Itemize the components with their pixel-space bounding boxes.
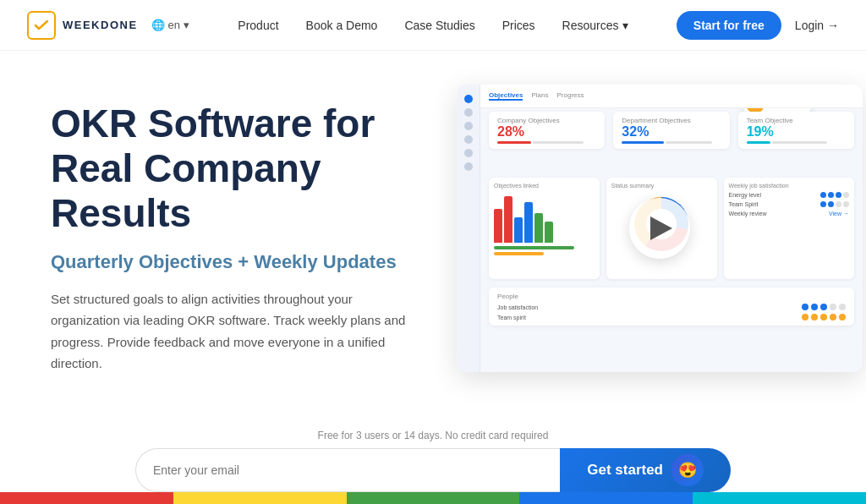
sidebar-dot-2 bbox=[464, 108, 473, 117]
people-panel: People Job satisfaction bbox=[489, 288, 854, 326]
tab-plans: Plans bbox=[531, 91, 548, 101]
logo-text: WEEKDONE bbox=[63, 19, 138, 31]
nav-right: Start for free Login → bbox=[677, 11, 839, 40]
play-button[interactable] bbox=[629, 198, 690, 259]
view-link[interactable]: View → bbox=[829, 211, 849, 216]
resources-label: Resources bbox=[562, 19, 619, 32]
logo-svg bbox=[34, 18, 49, 33]
row-spirit: Team Spirit bbox=[729, 201, 850, 207]
nav-prices[interactable]: Prices bbox=[502, 19, 535, 32]
metric-company: Company Objectives 28% bbox=[489, 112, 605, 149]
energy-dots bbox=[820, 192, 849, 198]
email-input[interactable] bbox=[135, 448, 560, 492]
lang-label: en bbox=[168, 19, 180, 31]
metric-team-label: Team Objective bbox=[747, 117, 846, 124]
hero-subtitle: Quarterly Objectives + Weekly Updates bbox=[51, 251, 423, 273]
metric-dept-value: 32% bbox=[622, 124, 721, 140]
cta-bar: Get started 😍 bbox=[0, 448, 866, 492]
logo-icon bbox=[27, 11, 56, 40]
color-blocks bbox=[0, 492, 866, 504]
row-energy: Energy level bbox=[729, 192, 850, 198]
nav-resources[interactable]: Resources ▾ bbox=[562, 19, 628, 32]
dashboard-sidebar bbox=[457, 85, 480, 372]
resources-chevron-icon: ▾ bbox=[622, 19, 628, 32]
tab-objectives: Objectives bbox=[489, 91, 523, 101]
start-for-free-button[interactable]: Start for free bbox=[677, 11, 781, 40]
satisfaction-rows: Energy level Team Spirit bbox=[729, 192, 850, 216]
progress-bars bbox=[494, 246, 595, 255]
metric-company-value: 28% bbox=[497, 124, 596, 140]
color-green bbox=[347, 492, 520, 504]
satisfaction-panel: Weekly job satisfaction Energy level bbox=[724, 178, 855, 279]
hero-left: OKR Software for Real Company Results Qu… bbox=[51, 93, 423, 375]
cta-section: Free for 3 users or 14 days. No credit c… bbox=[0, 430, 866, 504]
objectives-chart bbox=[494, 192, 595, 243]
tab-progress: Progress bbox=[556, 91, 584, 101]
spirit-label: Team Spirit bbox=[729, 201, 759, 207]
dashboard-topbar: Objectives Plans Progress bbox=[480, 85, 863, 108]
objectives-panel: Objectives linked bbox=[489, 178, 600, 279]
dashboard-preview: R Rachael Objectives Plans Progress bbox=[457, 85, 863, 372]
sidebar-dot-6 bbox=[464, 162, 473, 171]
row-job-satisfaction: Job satisfaction bbox=[497, 304, 846, 310]
metric-company-label: Company Objectives bbox=[497, 117, 596, 124]
emoji: 😍 bbox=[678, 461, 697, 479]
sidebar-dot-1 bbox=[464, 95, 473, 103]
review-label: Weekly review bbox=[729, 211, 767, 216]
sidebar-dot-5 bbox=[464, 149, 473, 157]
color-blue bbox=[519, 492, 693, 504]
row-review: Weekly review View → bbox=[729, 211, 850, 216]
objectives-label: Objectives linked bbox=[494, 183, 595, 189]
logo[interactable]: WEEKDONE bbox=[27, 11, 138, 40]
row-team-spirit: Team spirit bbox=[497, 314, 846, 320]
hero-section: OKR Software for Real Company Results Qu… bbox=[0, 51, 866, 375]
energy-label: Energy level bbox=[729, 192, 762, 198]
globe-icon: 🌐 bbox=[151, 19, 165, 31]
metric-company-bar bbox=[497, 141, 596, 144]
chevron-down-icon: ▾ bbox=[184, 19, 189, 31]
color-yellow bbox=[173, 492, 347, 504]
metric-dept-label: Department Objectives bbox=[622, 117, 721, 124]
nav-links: Product Book a Demo Case Studies Prices … bbox=[238, 19, 628, 32]
people-label: People bbox=[497, 293, 846, 300]
hero-description: Set structured goals to align activities… bbox=[51, 288, 423, 375]
get-started-label: Get started bbox=[587, 462, 663, 479]
login-button[interactable]: Login → bbox=[795, 19, 839, 32]
people-rows: Job satisfaction Team spi bbox=[497, 304, 846, 320]
sidebar-dot-3 bbox=[464, 122, 473, 130]
get-started-button[interactable]: Get started 😍 bbox=[560, 448, 731, 492]
sidebar-dot-4 bbox=[464, 135, 473, 144]
metric-dept-bar bbox=[622, 141, 721, 144]
satisfaction-label: Weekly job satisfaction bbox=[729, 183, 850, 189]
dashboard-tabs: Objectives Plans Progress bbox=[489, 91, 584, 101]
nav-demo[interactable]: Book a Demo bbox=[306, 19, 378, 32]
hero-right: R Rachael Objectives Plans Progress bbox=[457, 93, 863, 372]
status-label: Status summary bbox=[611, 183, 655, 189]
play-icon bbox=[650, 216, 672, 240]
navbar: WEEKDONE 🌐 en ▾ Product Book a Demo Case… bbox=[0, 0, 866, 51]
emoji-badge: 😍 bbox=[671, 454, 704, 486]
metric-department: Department Objectives 32% bbox=[613, 112, 729, 149]
hero-title: OKR Software for Real Company Results bbox=[51, 101, 423, 236]
cta-hint: Free for 3 users or 14 days. No credit c… bbox=[0, 430, 866, 441]
nav-product[interactable]: Product bbox=[238, 19, 278, 32]
color-cyan bbox=[693, 492, 866, 504]
spirit-dots bbox=[820, 201, 849, 207]
metric-team-bar bbox=[747, 141, 846, 144]
metric-team-value: 19% bbox=[747, 124, 846, 140]
people-section: People Job satisfaction bbox=[489, 288, 854, 326]
metric-team: Team Objective 19% bbox=[738, 112, 854, 149]
metrics-row: Company Objectives 28% Department Object… bbox=[489, 112, 854, 149]
nav-left: WEEKDONE 🌐 en ▾ bbox=[27, 11, 189, 40]
nav-case-studies[interactable]: Case Studies bbox=[404, 19, 474, 32]
language-selector[interactable]: 🌐 en ▾ bbox=[151, 19, 189, 31]
color-red bbox=[0, 492, 173, 504]
